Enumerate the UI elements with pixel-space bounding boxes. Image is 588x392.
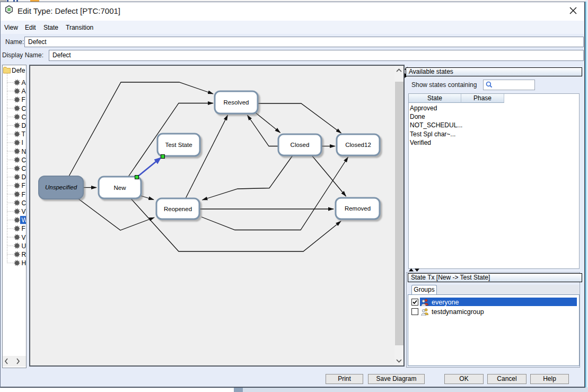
svg-text:F: F [22, 191, 25, 198]
svg-text:Defe: Defe [12, 67, 25, 74]
svg-text:Removed: Removed [345, 205, 371, 212]
svg-text:V: V [22, 234, 26, 241]
svg-text:Closed12: Closed12 [345, 142, 371, 148]
svg-text:C: C [22, 156, 27, 164]
svg-text:H: H [22, 259, 27, 267]
svg-text:A: A [22, 88, 26, 95]
svg-text:D: D [22, 122, 27, 129]
svg-text:Test State: Test State [165, 142, 192, 148]
svg-text:D: D [22, 173, 27, 181]
svg-text:C: C [22, 199, 27, 207]
svg-text:V: V [22, 208, 26, 215]
svg-text:Resolved: Resolved [224, 99, 249, 106]
svg-text:Closed: Closed [291, 142, 310, 148]
svg-text:A: A [22, 79, 26, 86]
svg-text:F: F [22, 96, 25, 103]
svg-text:R: R [22, 251, 27, 258]
svg-text:T: T [22, 130, 26, 138]
svg-text:I: I [22, 139, 23, 146]
svg-text:F: F [22, 182, 25, 189]
svg-text:C: C [22, 165, 27, 172]
svg-text:Unspecified: Unspecified [45, 184, 77, 190]
svg-text:N: N [22, 148, 27, 155]
svg-text:W: W [22, 216, 27, 224]
svg-text:F: F [22, 225, 25, 232]
svg-text:U: U [22, 242, 27, 250]
svg-text:C: C [22, 114, 27, 121]
svg-text:C: C [22, 105, 27, 112]
svg-text:New: New [113, 185, 126, 191]
svg-text:Reopened: Reopened [164, 206, 192, 212]
